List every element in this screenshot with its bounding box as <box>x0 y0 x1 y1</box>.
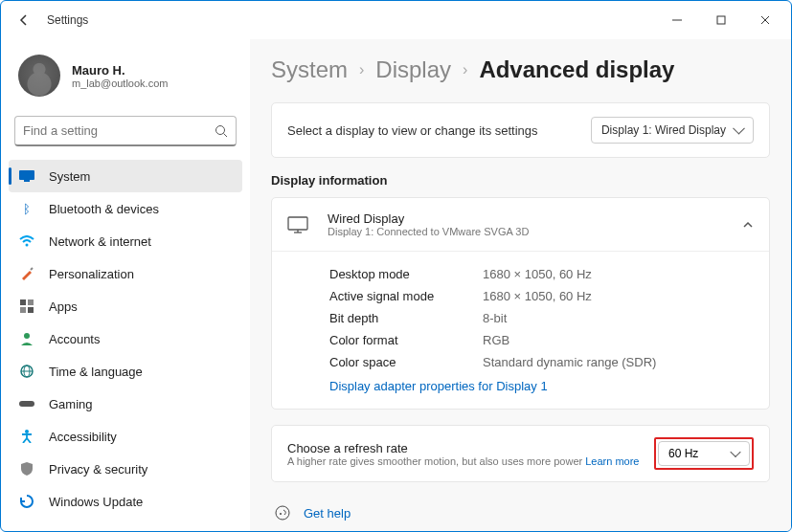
svg-rect-9 <box>28 299 34 305</box>
svg-rect-10 <box>20 307 26 313</box>
sidebar-label: Network & internet <box>49 234 151 249</box>
adapter-properties-link[interactable]: Display adapter properties for Display 1 <box>329 373 548 397</box>
sidebar-label: System <box>49 169 90 184</box>
sidebar-label: Bluetooth & devices <box>49 202 159 216</box>
sidebar-item-gaming[interactable]: Gaming <box>9 388 242 420</box>
info-key: Active signal mode <box>329 289 483 303</box>
apps-icon <box>18 298 35 315</box>
shield-icon <box>18 460 35 477</box>
get-help-link[interactable]: Get help <box>304 506 351 521</box>
highlight-box: 60 Hz <box>654 437 754 470</box>
info-value: 1680 × 1050, 60 Hz <box>483 289 592 303</box>
profile-email: m_lab@outlook.com <box>72 78 168 89</box>
sidebar-item-bluetooth[interactable]: ᛒBluetooth & devices <box>9 192 242 225</box>
globe-icon <box>18 363 35 380</box>
section-title: Display information <box>271 173 770 188</box>
page-title: Advanced display <box>479 56 674 83</box>
expander-subtitle: Display 1: Connected to VMware SVGA 3D <box>328 226 529 237</box>
info-key: Color space <box>329 355 483 369</box>
svg-rect-8 <box>20 299 26 305</box>
expander-title: Wired Display <box>328 211 529 226</box>
svg-point-2 <box>216 125 225 134</box>
bluetooth-icon: ᛒ <box>18 200 35 217</box>
sidebar-label: Accessibility <box>49 430 117 444</box>
minimize-button[interactable] <box>655 6 699 34</box>
sidebar-label: Time & language <box>49 365 143 379</box>
info-key: Color format <box>329 333 483 347</box>
info-value: 1680 × 1050, 60 Hz <box>483 267 592 281</box>
select-display-label: Select a display to view or change its s… <box>287 123 538 138</box>
info-key: Bit depth <box>329 311 483 325</box>
brush-icon <box>18 265 35 282</box>
sidebar-item-update[interactable]: Windows Update <box>9 485 242 518</box>
sidebar-label: Gaming <box>49 397 93 411</box>
sidebar-item-privacy[interactable]: Privacy & security <box>9 453 242 485</box>
sidebar-item-time[interactable]: Time & language <box>9 355 242 388</box>
svg-rect-11 <box>28 307 34 313</box>
sidebar-label: Privacy & security <box>49 462 147 477</box>
chevron-right-icon: › <box>463 61 467 78</box>
avatar <box>18 55 60 97</box>
wifi-icon <box>18 233 35 250</box>
svg-line-7 <box>31 268 33 270</box>
close-button[interactable] <box>743 6 787 34</box>
sidebar-item-apps[interactable]: Apps <box>9 290 242 322</box>
svg-point-21 <box>276 506 289 520</box>
info-value: 8-bit <box>483 311 507 325</box>
monitor-icon <box>287 216 314 233</box>
svg-point-22 <box>280 513 282 515</box>
chevron-right-icon: › <box>359 61 364 78</box>
sidebar-label: Accounts <box>49 332 100 346</box>
sidebar-item-accessibility[interactable]: Accessibility <box>9 420 242 453</box>
svg-rect-18 <box>288 217 307 230</box>
svg-rect-4 <box>19 170 34 180</box>
help-icon <box>275 505 290 521</box>
svg-line-3 <box>224 133 228 137</box>
system-icon <box>18 167 35 185</box>
info-key: Desktop mode <box>329 267 483 281</box>
refresh-subtitle: A higher rate gives smoother motion, but… <box>287 455 643 467</box>
sidebar-item-network[interactable]: Network & internet <box>9 225 242 257</box>
update-icon <box>18 493 35 510</box>
back-button[interactable] <box>12 9 35 32</box>
breadcrumb-display[interactable]: Display <box>375 56 451 83</box>
sidebar-item-personalization[interactable]: Personalization <box>9 257 242 290</box>
refresh-title: Choose a refresh rate <box>287 441 643 455</box>
gamepad-icon <box>18 395 35 412</box>
info-value: RGB <box>483 333 509 347</box>
svg-point-6 <box>26 244 29 247</box>
info-value: Standard dynamic range (SDR) <box>483 355 656 369</box>
svg-rect-16 <box>19 401 34 407</box>
search-input-wrap[interactable] <box>14 116 237 146</box>
svg-rect-1 <box>717 16 725 24</box>
svg-point-17 <box>25 430 29 433</box>
accessibility-icon <box>18 428 35 445</box>
chevron-up-icon <box>742 219 754 231</box>
person-icon <box>18 330 35 347</box>
svg-rect-5 <box>24 180 30 182</box>
maximize-button[interactable] <box>699 6 743 34</box>
breadcrumb: System › Display › Advanced display <box>271 56 770 83</box>
search-icon <box>215 124 228 138</box>
breadcrumb-system[interactable]: System <box>271 56 348 83</box>
profile-name: Mauro H. <box>72 63 168 78</box>
svg-point-12 <box>24 333 30 339</box>
sidebar-label: Apps <box>49 299 78 314</box>
sidebar-item-system[interactable]: System <box>9 160 242 192</box>
refresh-rate-selector[interactable]: 60 Hz <box>658 441 750 466</box>
display-info-expander[interactable]: Wired Display Display 1: Connected to VM… <box>272 198 769 252</box>
profile-block[interactable]: Mauro H. m_lab@outlook.com <box>9 49 242 108</box>
display-selector[interactable]: Display 1: Wired Display <box>591 117 754 144</box>
sidebar-label: Windows Update <box>49 495 143 509</box>
window-title: Settings <box>47 13 88 27</box>
search-input[interactable] <box>23 123 215 138</box>
learn-more-link[interactable]: Learn more <box>585 455 639 467</box>
sidebar-item-accounts[interactable]: Accounts <box>9 322 242 355</box>
sidebar-label: Personalization <box>49 267 134 281</box>
